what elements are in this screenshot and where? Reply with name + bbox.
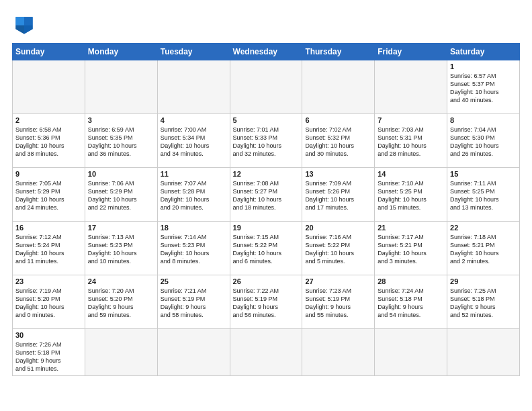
day-cell <box>157 60 230 114</box>
day-cell: 7Sunrise: 7:03 AM Sunset: 5:31 PM Daylig… <box>375 114 447 168</box>
day-info: Sunrise: 7:01 AM Sunset: 5:33 PM Dayligh… <box>233 126 300 158</box>
day-info: Sunrise: 7:04 AM Sunset: 5:30 PM Dayligh… <box>450 126 517 158</box>
day-cell <box>302 329 375 376</box>
day-info: Sunrise: 7:16 AM Sunset: 5:22 PM Dayligh… <box>305 233 371 266</box>
day-info: Sunrise: 6:59 AM Sunset: 5:35 PM Dayligh… <box>88 126 154 158</box>
day-number: 14 <box>378 170 444 178</box>
day-cell: 4Sunrise: 7:00 AM Sunset: 5:34 PM Daylig… <box>157 114 230 168</box>
day-cell: 30Sunrise: 7:26 AM Sunset: 5:18 PM Dayli… <box>13 329 85 376</box>
day-cell: 3Sunrise: 6:59 AM Sunset: 5:35 PM Daylig… <box>85 114 157 168</box>
day-info: Sunrise: 7:13 AM Sunset: 5:23 PM Dayligh… <box>88 233 154 266</box>
day-number: 17 <box>88 224 154 232</box>
day-info: Sunrise: 7:25 AM Sunset: 5:18 PM Dayligh… <box>450 287 517 320</box>
weekday-sunday: Sunday <box>13 44 85 60</box>
day-cell: 28Sunrise: 7:24 AM Sunset: 5:18 PM Dayli… <box>375 275 447 329</box>
svg-marker-2 <box>24 17 33 26</box>
day-cell: 25Sunrise: 7:21 AM Sunset: 5:19 PM Dayli… <box>157 275 230 329</box>
day-info: Sunrise: 7:20 AM Sunset: 5:20 PM Dayligh… <box>88 287 154 320</box>
day-info: Sunrise: 6:57 AM Sunset: 5:37 PM Dayligh… <box>450 72 517 105</box>
week-row-4: 23Sunrise: 7:19 AM Sunset: 5:20 PM Dayli… <box>13 275 520 329</box>
day-cell: 23Sunrise: 7:19 AM Sunset: 5:20 PM Dayli… <box>13 275 85 329</box>
day-number: 28 <box>378 277 444 285</box>
day-info: Sunrise: 7:18 AM Sunset: 5:21 PM Dayligh… <box>450 233 517 266</box>
weekday-header-row: SundayMondayTuesdayWednesdayThursdayFrid… <box>13 44 520 60</box>
day-number: 3 <box>88 116 154 124</box>
day-cell: 8Sunrise: 7:04 AM Sunset: 5:30 PM Daylig… <box>447 114 520 168</box>
day-info: Sunrise: 7:22 AM Sunset: 5:19 PM Dayligh… <box>233 287 300 320</box>
day-info: Sunrise: 7:23 AM Sunset: 5:19 PM Dayligh… <box>305 287 371 320</box>
weekday-monday: Monday <box>85 44 157 60</box>
day-cell: 2Sunrise: 6:58 AM Sunset: 5:36 PM Daylig… <box>13 114 85 168</box>
day-cell: 21Sunrise: 7:17 AM Sunset: 5:21 PM Dayli… <box>375 222 447 275</box>
day-cell <box>230 60 302 114</box>
weekday-wednesday: Wednesday <box>230 44 302 60</box>
day-number: 1 <box>450 62 517 71</box>
day-cell: 29Sunrise: 7:25 AM Sunset: 5:18 PM Dayli… <box>447 275 520 329</box>
day-info: Sunrise: 7:00 AM Sunset: 5:34 PM Dayligh… <box>161 126 227 158</box>
day-cell: 11Sunrise: 7:07 AM Sunset: 5:28 PM Dayli… <box>157 168 230 222</box>
calendar: SundayMondayTuesdayWednesdayThursdayFrid… <box>12 43 520 376</box>
day-number: 10 <box>88 170 154 178</box>
day-info: Sunrise: 7:10 AM Sunset: 5:25 PM Dayligh… <box>378 179 444 212</box>
day-number: 19 <box>233 224 300 232</box>
day-cell <box>447 329 520 376</box>
week-row-0: 1Sunrise: 6:57 AM Sunset: 5:37 PM Daylig… <box>13 60 520 114</box>
day-cell <box>375 329 447 376</box>
day-cell: 24Sunrise: 7:20 AM Sunset: 5:20 PM Dayli… <box>85 275 157 329</box>
day-cell: 15Sunrise: 7:11 AM Sunset: 5:25 PM Dayli… <box>447 168 520 222</box>
weekday-friday: Friday <box>375 44 447 60</box>
day-number: 24 <box>88 277 154 285</box>
weekday-saturday: Saturday <box>447 44 520 60</box>
day-number: 26 <box>233 277 300 285</box>
day-info: Sunrise: 7:08 AM Sunset: 5:27 PM Dayligh… <box>233 179 300 212</box>
page: SundayMondayTuesdayWednesdayThursdayFrid… <box>0 0 532 383</box>
week-row-5: 30Sunrise: 7:26 AM Sunset: 5:18 PM Dayli… <box>13 329 520 376</box>
day-cell: 17Sunrise: 7:13 AM Sunset: 5:23 PM Dayli… <box>85 222 157 275</box>
day-info: Sunrise: 7:17 AM Sunset: 5:21 PM Dayligh… <box>378 233 444 266</box>
day-number: 6 <box>305 116 371 124</box>
day-info: Sunrise: 7:12 AM Sunset: 5:24 PM Dayligh… <box>15 233 82 266</box>
day-cell <box>230 329 302 376</box>
logo-icon <box>12 12 36 36</box>
day-number: 16 <box>15 224 82 232</box>
day-cell: 5Sunrise: 7:01 AM Sunset: 5:33 PM Daylig… <box>230 114 302 168</box>
svg-marker-3 <box>15 26 24 34</box>
weekday-thursday: Thursday <box>302 44 375 60</box>
day-info: Sunrise: 7:03 AM Sunset: 5:31 PM Dayligh… <box>378 126 444 158</box>
day-cell: 20Sunrise: 7:16 AM Sunset: 5:22 PM Dayli… <box>302 222 375 275</box>
day-number: 22 <box>450 224 517 232</box>
day-number: 23 <box>15 277 82 285</box>
day-number: 20 <box>305 224 371 232</box>
day-number: 9 <box>15 170 82 178</box>
day-number: 2 <box>15 116 82 124</box>
day-number: 5 <box>233 116 300 124</box>
day-number: 15 <box>450 170 517 178</box>
day-info: Sunrise: 6:58 AM Sunset: 5:36 PM Dayligh… <box>15 126 82 158</box>
day-number: 13 <box>305 170 371 178</box>
day-number: 11 <box>161 170 227 178</box>
week-row-2: 9Sunrise: 7:05 AM Sunset: 5:29 PM Daylig… <box>13 168 520 222</box>
day-info: Sunrise: 7:11 AM Sunset: 5:25 PM Dayligh… <box>450 179 517 212</box>
header <box>12 12 520 36</box>
day-number: 12 <box>233 170 300 178</box>
day-info: Sunrise: 7:09 AM Sunset: 5:26 PM Dayligh… <box>305 179 371 212</box>
weekday-tuesday: Tuesday <box>157 44 230 60</box>
day-cell <box>85 329 157 376</box>
day-number: 8 <box>450 116 517 124</box>
day-cell: 26Sunrise: 7:22 AM Sunset: 5:19 PM Dayli… <box>230 275 302 329</box>
day-cell: 14Sunrise: 7:10 AM Sunset: 5:25 PM Dayli… <box>375 168 447 222</box>
week-row-1: 2Sunrise: 6:58 AM Sunset: 5:36 PM Daylig… <box>13 114 520 168</box>
day-cell: 18Sunrise: 7:14 AM Sunset: 5:23 PM Dayli… <box>157 222 230 275</box>
day-number: 25 <box>161 277 227 285</box>
day-info: Sunrise: 7:05 AM Sunset: 5:29 PM Dayligh… <box>15 179 82 212</box>
day-number: 29 <box>450 277 517 285</box>
day-cell: 13Sunrise: 7:09 AM Sunset: 5:26 PM Dayli… <box>302 168 375 222</box>
day-cell <box>302 60 375 114</box>
day-info: Sunrise: 7:24 AM Sunset: 5:18 PM Dayligh… <box>378 287 444 320</box>
logo <box>12 12 39 36</box>
day-info: Sunrise: 7:19 AM Sunset: 5:20 PM Dayligh… <box>15 287 82 320</box>
week-row-3: 16Sunrise: 7:12 AM Sunset: 5:24 PM Dayli… <box>13 222 520 275</box>
day-info: Sunrise: 7:15 AM Sunset: 5:22 PM Dayligh… <box>233 233 300 266</box>
day-info: Sunrise: 7:02 AM Sunset: 5:32 PM Dayligh… <box>305 126 371 158</box>
svg-marker-4 <box>24 26 33 34</box>
